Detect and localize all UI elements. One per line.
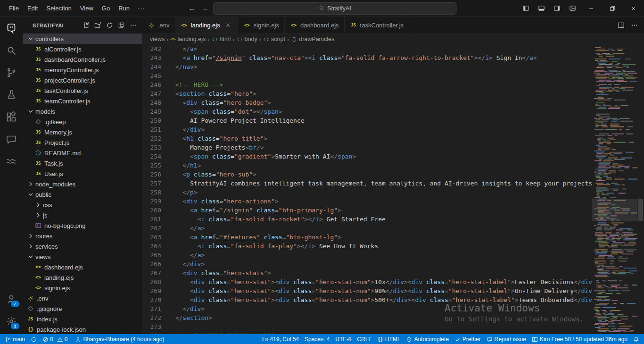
breadcrumb-label: landing.ejs [177,36,206,42]
file-item-projectcontroller-js[interactable]: JSprojectController.js [23,75,142,85]
activitybar-agent-button[interactable] [0,150,23,172]
activitybar-chat-button[interactable] [0,128,23,150]
status-problems[interactable]: 00 [40,334,72,344]
code-editor[interactable]: 242 </a>243 <a href="/signin" class="nav… [142,44,644,334]
chevron-down-icon [27,35,34,42]
line-content [161,322,168,331]
breadcrumb-html[interactable]: html [212,36,231,42]
restore-button[interactable] [602,0,623,17]
status-autocomplete[interactable]: Autocomplete [403,334,451,344]
file-item-package-lock-json[interactable]: {}package-lock.json [23,324,142,334]
tab-taskcontroller-js[interactable]: JStaskController.js [345,17,409,34]
tab-dashboard-ejs[interactable]: <>dashboard.ejs [285,17,345,34]
folder-item-css[interactable]: css [23,200,142,210]
menu-view[interactable]: View [76,3,98,14]
new-file-button[interactable] [81,20,91,31]
activitybar-account-button[interactable]: ✓ [0,288,23,310]
feedback-icon [487,336,493,343]
split-editor-button[interactable] [615,17,627,34]
status-report-issue[interactable]: Report issue [484,334,529,344]
status-language-mode[interactable]: {}HTML [375,334,404,344]
toggle-secondary-sidebar-button[interactable] [549,0,565,17]
status-eol[interactable]: CRLF [354,334,374,344]
activitybar-source-control-button[interactable] [0,61,23,84]
breadcrumb-script[interactable]: script [263,36,285,42]
file-item-index-js[interactable]: JSindex.js [23,314,142,324]
file-item-gitignore[interactable]: .gitignore [23,303,142,314]
menu-edit[interactable]: Edit [23,3,42,14]
status-indentation[interactable]: Spaces: 4 [302,334,332,344]
toggle-primary-sidebar-button[interactable] [518,0,534,17]
status-prettier[interactable]: Prettier [452,334,484,344]
folder-item-js[interactable]: js [23,210,142,220]
file-item-readme-md[interactable]: README.md [23,148,142,158]
folder-item-public[interactable]: public [23,189,142,200]
file-item-dashboardcontroller-js[interactable]: JSdashboardController.js [23,54,142,65]
minimap[interactable] [592,44,637,334]
file-item-gitkeep[interactable]: .gitkeep [23,117,142,127]
customize-layout-button[interactable] [565,0,580,17]
file-item-teamcontroller-js[interactable]: JSteamController.js [23,96,142,106]
back-button[interactable]: ← [188,4,197,12]
file-item-memory-js[interactable]: JSMemory.js [23,127,142,137]
breadcrumb-body[interactable]: body [237,36,257,42]
status-cursor-position[interactable]: Ln 419, Col 54 [259,334,302,344]
activitybar-settings-button[interactable]: 1 [0,310,23,332]
menu-overflow-button[interactable]: ··· [134,3,149,14]
status-git-blame[interactable]: Bhargav-Bhamare (4 hours ago) [72,334,167,344]
status-encoding[interactable]: UTF-8 [332,334,354,344]
tab-signin-ejs[interactable]: <>signin.ejs [238,17,285,34]
tab-close-button[interactable] [224,21,232,30]
command-center-search[interactable]: StratifyAI [213,2,457,15]
tab-landing-ejs[interactable]: <>landing.ejs [175,17,238,34]
file-item-dashboard-ejs[interactable]: <>dashboard.ejs [23,262,142,272]
status-branch[interactable]: main [2,334,28,344]
file-item-landing-ejs[interactable]: <>landing.ejs [23,272,142,283]
folder-item-routes[interactable]: routes [23,231,142,241]
activitybar-search-button[interactable] [0,39,23,61]
menu-go[interactable]: Go [98,3,114,14]
activitybar-testing-button[interactable] [0,84,23,106]
breadcrumb-landing-ejs[interactable]: <>landing.ejs [171,36,206,42]
collapse-all-button[interactable] [116,20,126,31]
folder-item-models[interactable]: models [23,106,142,117]
more-icon [631,22,638,29]
status-kiro-plan[interactable]: Kiro Free 50 / 50 updated 36m ago [529,334,630,344]
activitybar-extensions-button[interactable] [0,106,23,128]
status-sync[interactable] [28,334,40,344]
refresh-button[interactable] [104,20,115,31]
file-item-signin-ejs[interactable]: <>signin.ejs [23,283,142,293]
tab-env[interactable]: .env [142,17,175,34]
file-item-no-bg-logo-png[interactable]: no-bg-logo.png [23,220,142,231]
menu-run[interactable]: Run [114,3,134,14]
activitybar-kiro-logo-button[interactable] [0,17,23,39]
folder-item-services[interactable]: services [23,241,142,252]
toggle-panel-button[interactable] [534,0,549,17]
breadcrumb-drawparticles[interactable]: drawParticles [291,36,334,42]
close-button[interactable] [623,0,644,17]
more-button[interactable] [128,20,138,31]
scrollbar-thumb[interactable] [638,199,643,221]
menu-selection[interactable]: Selection [42,3,75,14]
folder-item-views[interactable]: views [23,252,142,262]
file-item-user-js[interactable]: JSUser.js [23,168,142,179]
status-notifications[interactable] [630,334,642,344]
new-folder-button[interactable] [92,20,103,31]
line-number: 271 [142,304,161,313]
file-item-project-js[interactable]: JSProject.js [23,137,142,148]
file-item-task-js[interactable]: JSTask.js [23,158,142,168]
editor-scrollbar[interactable] [637,44,644,334]
minimap-slider[interactable] [592,199,637,221]
folder-item-node-modules[interactable]: node_modules [23,179,142,189]
code-line-270: 270 <div class="hero-stat"><div class="h… [142,295,644,304]
file-item-memorycontroller-js[interactable]: JSmemoryController.js [23,65,142,75]
breadcrumb-views[interactable]: views [150,36,165,42]
file-item-taskcontroller-js[interactable]: JStaskController.js [23,85,142,96]
folder-item-controllers[interactable]: controllers [23,34,142,44]
file-item-env[interactable]: .env [23,293,142,303]
file-item-aicontroller-js[interactable]: JSaiController.js [23,44,142,54]
forward-button[interactable]: → [200,4,210,12]
more-button[interactable] [628,17,640,34]
minimize-button[interactable] [580,0,602,17]
menu-file[interactable]: File [5,3,23,14]
